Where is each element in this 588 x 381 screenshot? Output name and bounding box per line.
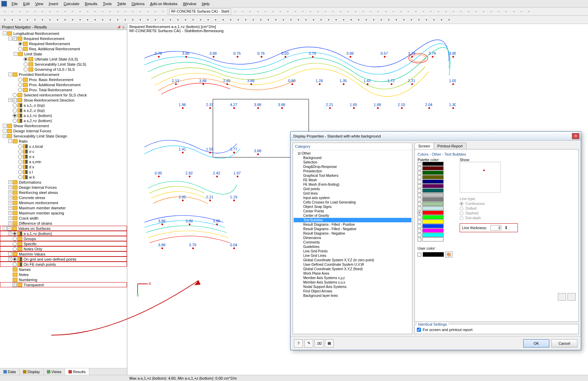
expander-icon[interactable] bbox=[14, 165, 17, 169]
category-item[interactable]: Member Axis Systems x,u,v bbox=[294, 280, 411, 285]
toolbar-button[interactable]: ▪ bbox=[114, 16, 121, 23]
toolbar-button[interactable]: ▫ bbox=[337, 8, 344, 15]
checkbox-icon[interactable]: ✓ bbox=[13, 37, 17, 41]
palette-checkbox[interactable] bbox=[418, 238, 421, 241]
toolbar-button[interactable]: ▫ bbox=[375, 8, 382, 15]
tree-node[interactable]: ✓Transparent bbox=[0, 282, 127, 287]
category-item[interactable]: Global Coordinate System X,Y,Z (in zero … bbox=[294, 258, 411, 262]
toolbar-button[interactable]: ▪ bbox=[107, 16, 114, 23]
palette-checkbox[interactable] bbox=[418, 229, 421, 233]
toolbar-button[interactable]: ▪ bbox=[122, 16, 129, 23]
toolbar-button[interactable]: ▪ bbox=[9, 16, 16, 23]
tree-node[interactable]: d s bbox=[0, 164, 127, 169]
category-item[interactable]: Center of Gravity bbox=[294, 213, 411, 218]
expander-icon[interactable]: - bbox=[3, 129, 7, 133]
toolbar-button[interactable]: ▫ bbox=[269, 8, 276, 15]
toolbar-button[interactable]: ▫ bbox=[47, 8, 53, 15]
tree-node[interactable]: u z,local bbox=[0, 144, 127, 149]
toolbar-button[interactable]: ▪ bbox=[287, 16, 294, 23]
expander-icon[interactable] bbox=[8, 273, 12, 276]
menu-file[interactable]: File bbox=[9, 2, 21, 6]
toolbar-button[interactable]: ▫ bbox=[254, 8, 261, 15]
toolbar-button[interactable]: ▪ bbox=[363, 16, 370, 23]
expander-icon[interactable] bbox=[8, 93, 12, 97]
radio-icon[interactable] bbox=[13, 262, 17, 266]
toolbar-button[interactable]: ▫ bbox=[473, 8, 480, 15]
palette-checkbox[interactable] bbox=[418, 198, 421, 201]
radio-icon[interactable] bbox=[13, 93, 17, 97]
toolbar-button[interactable]: ▪ bbox=[235, 16, 242, 23]
color-palette[interactable]: ✕ bbox=[418, 162, 453, 241]
radio-icon[interactable] bbox=[13, 257, 17, 261]
toolbar-button[interactable]: ▫ bbox=[239, 8, 246, 15]
palette-checkbox[interactable] bbox=[418, 215, 421, 219]
checkbox-icon[interactable]: ✓ bbox=[13, 283, 17, 287]
close-icon[interactable]: ✕ bbox=[122, 26, 125, 29]
tree-node[interactable]: σ s bbox=[0, 154, 127, 159]
toolbar-button[interactable]: ▫ bbox=[360, 8, 367, 15]
save-profile-button[interactable]: ✎ bbox=[304, 339, 313, 347]
help-button[interactable]: ? bbox=[294, 339, 303, 347]
expander-icon[interactable] bbox=[8, 119, 12, 122]
tree-node[interactable]: -Longitudinal Reinforcement bbox=[0, 31, 127, 36]
radio-icon[interactable] bbox=[18, 88, 22, 92]
nav-tab-display[interactable]: Display bbox=[20, 368, 43, 375]
expander-icon[interactable]: + bbox=[8, 185, 12, 189]
tree-node[interactable]: -Serviceability Limit State Design bbox=[0, 133, 127, 139]
menu-results[interactable]: Results bbox=[82, 2, 100, 6]
toolbar-button[interactable]: ▪ bbox=[31, 16, 38, 23]
expander-icon[interactable] bbox=[19, 57, 23, 61]
reset-button[interactable] bbox=[567, 293, 576, 301]
color-swatch[interactable] bbox=[422, 233, 444, 237]
toolbar-button[interactable]: ▫ bbox=[307, 8, 314, 15]
tree-node[interactable]: -Max/min Values bbox=[0, 251, 127, 257]
tree-node[interactable]: w k bbox=[0, 174, 127, 180]
toolbar-button[interactable]: ▪ bbox=[167, 16, 174, 23]
expander-icon[interactable]: + bbox=[8, 232, 12, 235]
category-item[interactable]: Dimensions bbox=[294, 236, 411, 240]
toolbar-button[interactable]: ▫ bbox=[322, 8, 329, 15]
tree-node[interactable]: -Shear Reinforcement bbox=[0, 123, 127, 128]
radio-icon[interactable] bbox=[13, 237, 17, 241]
color-swatch[interactable] bbox=[422, 184, 444, 188]
color-picker-button[interactable]: 🎨 bbox=[445, 251, 453, 258]
palette-checkbox[interactable] bbox=[418, 175, 421, 179]
expander-icon[interactable] bbox=[14, 149, 17, 153]
toolbar-button[interactable]: ▫ bbox=[9, 8, 16, 15]
tree-node[interactable]: +✓Show Reinforcement Direction bbox=[0, 97, 127, 103]
toolbar-button[interactable]: ▫ bbox=[1, 8, 8, 15]
linetype-option[interactable]: Continuous bbox=[460, 201, 518, 206]
tree-node[interactable]: Prov. Total Reinforcement bbox=[0, 87, 127, 92]
expander-icon[interactable]: + bbox=[8, 196, 12, 199]
toolbar-button[interactable]: ▫ bbox=[77, 8, 84, 15]
color-swatch[interactable] bbox=[422, 202, 444, 206]
color-swatch[interactable] bbox=[422, 197, 444, 201]
category-item[interactable]: Selection bbox=[294, 160, 411, 165]
palette-row[interactable] bbox=[418, 224, 453, 228]
dialog-tab[interactable]: Screen bbox=[414, 143, 434, 149]
tree-node[interactable]: -Ratio bbox=[0, 139, 127, 144]
color-swatch[interactable] bbox=[422, 175, 444, 179]
category-item[interactable]: Find Object Arrows bbox=[294, 289, 411, 293]
user-color-checkbox[interactable] bbox=[418, 253, 421, 257]
toolbar-button[interactable]: ▪ bbox=[378, 16, 385, 23]
toolbar-button[interactable]: ▪ bbox=[446, 16, 452, 23]
radio-icon[interactable] bbox=[13, 232, 17, 236]
category-item[interactable]: Preselection bbox=[294, 169, 411, 173]
tree-node[interactable]: +Concrete stress bbox=[0, 195, 127, 200]
palette-checkbox[interactable] bbox=[418, 180, 421, 184]
navigator-tree[interactable]: -Longitudinal Reinforcement-✓Required Re… bbox=[0, 30, 127, 368]
toolbar-button[interactable]: ▫ bbox=[488, 8, 495, 15]
expander-icon[interactable]: + bbox=[8, 206, 12, 210]
toolbar-button[interactable]: ▪ bbox=[220, 16, 227, 23]
toolbar-button[interactable]: ▪ bbox=[325, 16, 332, 23]
category-item[interactable]: Result Diagrams - Filled - Negative bbox=[294, 227, 411, 231]
color-swatch[interactable] bbox=[422, 211, 444, 215]
color-swatch[interactable] bbox=[422, 228, 444, 233]
color-swatch[interactable] bbox=[422, 237, 444, 241]
toolbar-button[interactable]: ▫ bbox=[299, 8, 306, 15]
toolbar-button[interactable]: ▫ bbox=[420, 8, 427, 15]
toolbar-button[interactable]: ▫ bbox=[24, 8, 31, 15]
radio-icon[interactable] bbox=[18, 170, 22, 174]
toolbar-button[interactable]: ▪ bbox=[144, 16, 151, 23]
